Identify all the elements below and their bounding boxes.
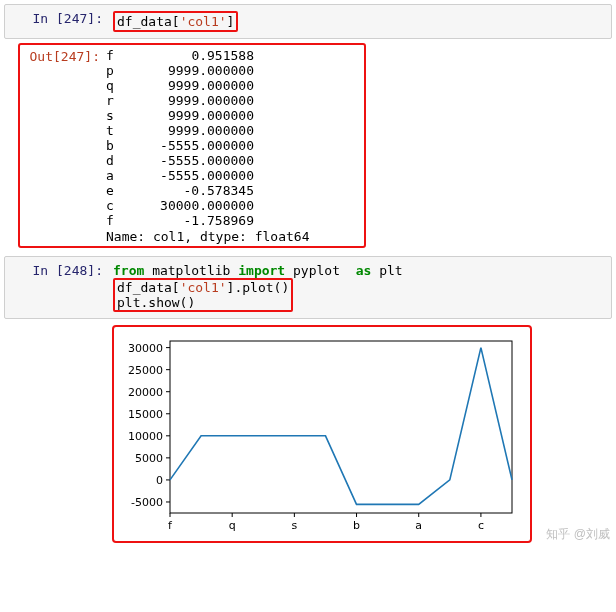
row-value: -1.758969 bbox=[134, 213, 254, 228]
row-key: p bbox=[106, 63, 134, 78]
row-key: q bbox=[106, 78, 134, 93]
code-text: plt bbox=[371, 263, 402, 278]
y-tick-label: 0 bbox=[156, 474, 163, 487]
x-tick-label: q bbox=[229, 519, 236, 532]
kw-as: as bbox=[356, 263, 372, 278]
output-row: e-0.578345 bbox=[106, 183, 310, 198]
output-row: p9999.000000 bbox=[106, 63, 310, 78]
output-cell-247: Out[247]: f0.951588p9999.000000q9999.000… bbox=[18, 43, 366, 248]
code-text: plt.show() bbox=[117, 295, 195, 310]
row-key: f bbox=[106, 48, 134, 63]
plot-output: -5000050001000015000200002500030000fqsba… bbox=[112, 325, 532, 543]
row-value: -0.578345 bbox=[134, 183, 254, 198]
row-key: d bbox=[106, 153, 134, 168]
row-key: b bbox=[106, 138, 134, 153]
row-value: 9999.000000 bbox=[134, 63, 254, 78]
x-tick-label: b bbox=[353, 519, 360, 532]
kw-import: import bbox=[238, 263, 285, 278]
row-value: 30000.000000 bbox=[134, 198, 254, 213]
output-row: b-5555.000000 bbox=[106, 138, 310, 153]
output-row: d-5555.000000 bbox=[106, 153, 310, 168]
y-tick-label: 10000 bbox=[128, 430, 163, 443]
kw-from: from bbox=[113, 263, 144, 278]
y-tick-label: 5000 bbox=[135, 452, 163, 465]
code-text: matplotlib bbox=[144, 263, 238, 278]
row-value: -5555.000000 bbox=[134, 138, 254, 153]
dtype-line: Name: col1, dtype: float64 bbox=[106, 229, 310, 244]
row-key: t bbox=[106, 123, 134, 138]
series-output: f0.951588p9999.000000q9999.000000r9999.0… bbox=[106, 47, 310, 244]
code-input-247[interactable]: df_data['col1'] bbox=[109, 9, 611, 34]
code-input-248[interactable]: from matplotlib import pyplot as plt df_… bbox=[109, 261, 611, 314]
row-key: a bbox=[106, 168, 134, 183]
code-cell-248[interactable]: In [248]: from matplotlib import pyplot … bbox=[4, 256, 612, 319]
output-row: r9999.000000 bbox=[106, 93, 310, 108]
row-value: 0.951588 bbox=[134, 48, 254, 63]
series-line bbox=[170, 348, 512, 505]
highlight-box: df_data['col1'].plot() plt.show() bbox=[113, 278, 293, 312]
code-text: ] bbox=[227, 14, 235, 29]
y-tick-label: -5000 bbox=[131, 496, 163, 509]
x-tick-label: s bbox=[291, 519, 297, 532]
output-row: a-5555.000000 bbox=[106, 168, 310, 183]
y-tick-label: 30000 bbox=[128, 342, 163, 355]
output-row: f-1.758969 bbox=[106, 213, 310, 228]
out-prompt-247: Out[247]: bbox=[26, 47, 106, 66]
plot-frame bbox=[170, 341, 512, 513]
in-prompt-247: In [247]: bbox=[5, 9, 109, 28]
line-chart: -5000050001000015000200002500030000fqsba… bbox=[122, 335, 522, 535]
x-tick-label: f bbox=[168, 519, 173, 532]
row-key: s bbox=[106, 108, 134, 123]
code-cell-247[interactable]: In [247]: df_data['col1'] bbox=[4, 4, 612, 39]
output-row: q9999.000000 bbox=[106, 78, 310, 93]
output-row: s9999.000000 bbox=[106, 108, 310, 123]
code-text: df_data[ bbox=[117, 280, 180, 295]
row-key: r bbox=[106, 93, 134, 108]
x-tick-label: c bbox=[478, 519, 484, 532]
code-text: pyplot bbox=[285, 263, 355, 278]
in-prompt-248: In [248]: bbox=[5, 261, 109, 280]
row-key: e bbox=[106, 183, 134, 198]
output-row: t9999.000000 bbox=[106, 123, 310, 138]
y-tick-label: 15000 bbox=[128, 408, 163, 421]
code-text: ].plot() bbox=[227, 280, 290, 295]
watermark: 知乎 @刘威 bbox=[546, 526, 610, 543]
code-text: df_data[ bbox=[117, 14, 180, 29]
row-value: 9999.000000 bbox=[134, 78, 254, 93]
row-key: c bbox=[106, 198, 134, 213]
output-row: f0.951588 bbox=[106, 48, 310, 63]
row-value: -5555.000000 bbox=[134, 168, 254, 183]
row-value: -5555.000000 bbox=[134, 153, 254, 168]
row-value: 9999.000000 bbox=[134, 108, 254, 123]
string-literal: 'col1' bbox=[180, 14, 227, 29]
output-row: c30000.000000 bbox=[106, 198, 310, 213]
y-tick-label: 25000 bbox=[128, 364, 163, 377]
x-tick-label: a bbox=[415, 519, 422, 532]
y-tick-label: 20000 bbox=[128, 386, 163, 399]
row-value: 9999.000000 bbox=[134, 123, 254, 138]
row-value: 9999.000000 bbox=[134, 93, 254, 108]
highlight-box: df_data['col1'] bbox=[113, 11, 238, 32]
string-literal: 'col1' bbox=[180, 280, 227, 295]
row-key: f bbox=[106, 213, 134, 228]
